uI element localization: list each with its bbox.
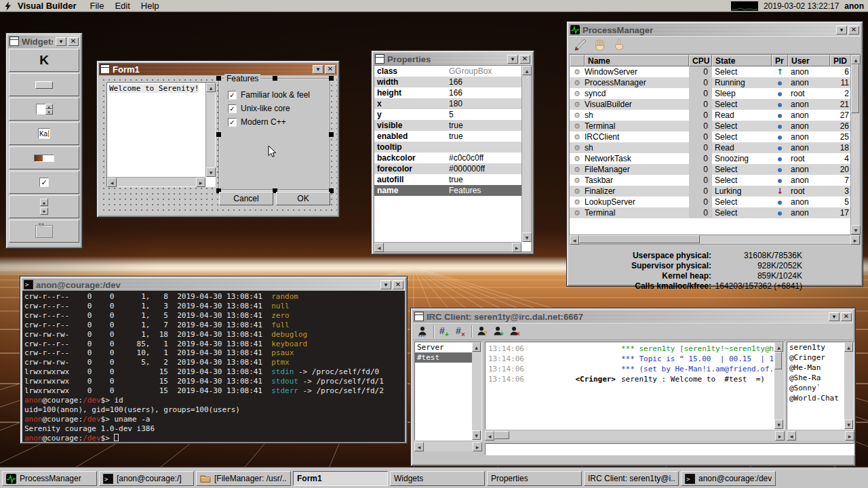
taskbar-button[interactable]: Widgets	[390, 471, 485, 486]
user-item[interactable]: @Sonny`	[787, 383, 845, 393]
close-button[interactable]: ✕	[841, 312, 852, 321]
user-remove-icon[interactable]: ×	[509, 325, 521, 337]
minimize-button[interactable]: ▾	[380, 281, 391, 289]
process-row[interactable]: ⚙WindowServer0Select↑anon6	[570, 66, 860, 77]
scroll-right-button[interactable]: ▶	[775, 431, 785, 441]
close-button[interactable]: ✕	[325, 65, 336, 74]
scroll-up-button[interactable]: ▲	[472, 342, 481, 352]
property-row[interactable]: tooltip	[374, 142, 521, 152]
process-row[interactable]: ⚙LookupServer0Selectanon5	[570, 197, 860, 207]
cpu-graph-applet[interactable]	[731, 1, 758, 11]
scroll-right-button[interactable]: ▶	[196, 178, 205, 187]
process-row[interactable]: ⚙sh0Readanon18	[570, 142, 860, 153]
property-row[interactable]: visibletrue	[374, 120, 521, 131]
channel-list-hscrollbar[interactable]: ◀ ▶	[414, 442, 482, 451]
scroll-left-button[interactable]: ◀	[570, 235, 579, 245]
menu-help[interactable]: Help	[136, 0, 165, 12]
widget-tool-ggroupbox[interactable]: KA	[9, 220, 79, 243]
join-channel-icon[interactable]: #+	[439, 325, 450, 337]
terminal-titlebar[interactable]: > anon@courage:/dev ▾ ✕	[22, 279, 405, 291]
minimize-button[interactable]: ▾	[836, 26, 847, 35]
continue-process-icon[interactable]	[613, 39, 626, 52]
taskbar-button[interactable]: ProcessManager	[2, 471, 97, 486]
taskbar-button[interactable]: Properties	[487, 471, 582, 486]
message-pane-vscrollbar[interactable]: ▲ ▼	[774, 342, 784, 429]
scroll-right-button[interactable]: ▶	[850, 235, 860, 245]
process-manager-titlebar[interactable]: ProcessManager ▾ ✕	[569, 24, 861, 36]
widgets-titlebar[interactable]: Widgets ▾ ✕	[8, 35, 80, 47]
scroll-down-button[interactable]: ▼	[472, 430, 481, 440]
scroll-down-button[interactable]: ▼	[844, 420, 853, 429]
process-row[interactable]: ⚙IRCClient0Selectanon25	[570, 131, 860, 142]
editor-hscrollbar[interactable]: ◀ ▶	[107, 177, 205, 186]
taskbar-button[interactable]: Form1	[293, 471, 388, 486]
process-row[interactable]: ⚙syncd0Sleeproot2	[570, 88, 860, 99]
widget-tool-gscrollbar[interactable]: ▲▼	[9, 195, 79, 218]
irc-titlebar[interactable]: IRC Client: seren1ty@irc.dal.net:6667 ▾ …	[413, 310, 853, 323]
checkbox[interactable]: ✓	[228, 91, 237, 100]
user-item[interactable]: @Cringer	[787, 352, 845, 363]
message-pane-hscrollbar[interactable]: ◀ ▶	[485, 431, 785, 441]
process-table-hscrollbar[interactable]: ◀ ▶	[569, 235, 861, 245]
selection-handle[interactable]	[329, 132, 334, 137]
form1-titlebar[interactable]: Form1 ▾ ✕	[99, 63, 337, 75]
process-row[interactable]: ⚙ProcessManager0Runninganon11	[570, 77, 860, 88]
widget-tool-gbutton[interactable]	[9, 73, 79, 96]
form-designer-canvas[interactable]: Welcome to Serenity! ▲ ▼ ◀ ▶ Features ✓F…	[99, 75, 337, 214]
widget-tool-gtextbox[interactable]: Ka	[9, 122, 79, 145]
minimize-button[interactable]: ▾	[507, 55, 518, 64]
menu-file[interactable]: File	[84, 0, 109, 12]
kill-process-icon[interactable]	[573, 39, 588, 52]
widget-tool-gprogressbar[interactable]	[9, 146, 79, 169]
user-item[interactable]: @World-Chat	[787, 393, 845, 403]
ok-button[interactable]: OK	[276, 192, 330, 205]
selection-handle[interactable]	[329, 76, 334, 81]
property-row[interactable]: forecolor#000000ff	[374, 163, 521, 174]
channel-item[interactable]: #test	[415, 352, 473, 363]
widget-tool-glabel[interactable]: K	[9, 49, 79, 72]
property-row[interactable]: width166	[374, 77, 521, 87]
process-row[interactable]: ⚙sh0Readanon27	[570, 110, 860, 121]
taskbar-button[interactable]: >anon@courage:/dev	[681, 471, 776, 486]
scroll-down-button[interactable]: ▼	[522, 232, 532, 242]
process-row[interactable]: ⚙Terminal0Selectanon26	[570, 121, 860, 131]
close-button[interactable]: ✕	[68, 37, 79, 46]
property-row[interactable]: autofilltrue	[374, 174, 521, 185]
scroll-left-button[interactable]: ◀	[374, 243, 384, 252]
scroll-up-button[interactable]: ▲	[206, 83, 216, 92]
close-button[interactable]: ✕	[393, 281, 403, 289]
process-row[interactable]: ⚙Terminal0Selectanon17	[570, 207, 860, 218]
process-row[interactable]: ⚙FileManager0Selectanon20	[570, 164, 860, 175]
scroll-down-button[interactable]: ▼	[851, 225, 861, 235]
minimize-button[interactable]: ▾	[313, 65, 323, 74]
properties-hscrollbar[interactable]: ◀ ▶	[374, 242, 521, 251]
property-row[interactable]: height166	[374, 87, 521, 98]
close-button[interactable]: ✕	[848, 26, 859, 35]
user-item[interactable]: seren1ty	[787, 342, 845, 352]
property-row[interactable]: enabledtrue	[374, 131, 521, 142]
process-table-vscrollbar[interactable]: ▲ ▼	[850, 55, 860, 235]
property-row[interactable]: nameFeatures	[374, 185, 521, 196]
taskbar-button[interactable]: IRC Client: seren1ty@i...	[584, 471, 679, 486]
properties-vscrollbar[interactable]: ▲ ▼	[521, 66, 531, 242]
cancel-button[interactable]: Cancel	[219, 192, 273, 205]
user-item[interactable]: @He-Man	[787, 363, 845, 373]
editor-vscrollbar[interactable]: ▲ ▼	[205, 83, 215, 177]
scroll-left-button[interactable]: ◀	[414, 442, 424, 451]
minimize-button[interactable]: ▾	[829, 312, 840, 321]
user-info-icon[interactable]	[417, 325, 429, 337]
user-item[interactable]: @She-Ra	[787, 373, 845, 383]
scroll-left-button[interactable]: ◀	[787, 431, 796, 441]
menu-edit[interactable]: Edit	[109, 0, 135, 12]
property-row[interactable]: classGGroupBox	[374, 66, 521, 77]
channel-list-vscrollbar[interactable]: ▲ ▼	[472, 342, 481, 440]
user-add-icon[interactable]: +	[493, 325, 505, 337]
checkbox[interactable]: ✓	[228, 104, 237, 113]
taskbar-button[interactable]: [FileManager: /usr/...	[196, 471, 291, 486]
property-row[interactable]: backcolor#c0c0c0ff	[374, 152, 521, 163]
selection-handle[interactable]	[273, 76, 277, 81]
scroll-down-button[interactable]: ▼	[774, 420, 783, 429]
scroll-down-button[interactable]: ▼	[206, 167, 216, 177]
column-header-User[interactable]: User	[788, 55, 830, 66]
scroll-up-button[interactable]: ▲	[774, 342, 783, 352]
